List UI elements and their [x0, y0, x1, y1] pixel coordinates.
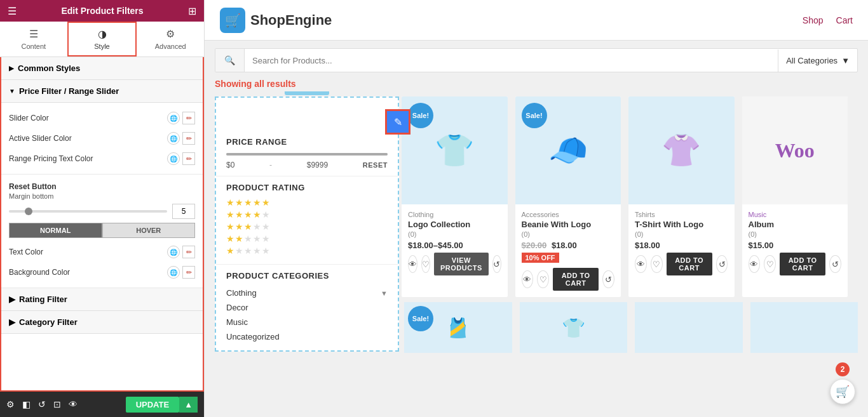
common-styles-header[interactable]: ▶ Common Styles [1, 57, 203, 80]
active-slider-globe[interactable]: 🌐 [167, 132, 180, 145]
rating-row-4[interactable]: ★★★★★ [226, 209, 388, 220]
nav-cart[interactable]: Cart [836, 15, 853, 25]
add-to-cart-btn-1[interactable]: ADD TO CART [553, 268, 599, 291]
slider-color-pencil[interactable]: ✏ [182, 112, 195, 124]
eye-icon[interactable]: 👁 [69, 399, 78, 409]
product-card-1: Sale! 🧢 Accessories Beanie With Logo (0)… [515, 96, 621, 297]
price-label-row: $0 - $9999 RESET [226, 161, 388, 169]
rating-filter-header[interactable]: ▶ Rating Filter [1, 288, 203, 311]
products-column: Sale! 👕 Clothing Logo Collection (0) $18… [399, 91, 858, 417]
product-categories-box: PRODUCT CATEGORIES Clothing ▼ Decor Musi… [216, 264, 398, 350]
wishlist-btn-2[interactable]: ♡ [651, 255, 663, 273]
tab-advanced[interactable]: ⚙ Advanced [137, 22, 204, 56]
panel-footer: ⚙ ◧ ↺ ⊡ 👁 UPDATE ▲ [0, 392, 204, 417]
price-max: $9999 [307, 161, 328, 169]
widget-add-btn[interactable]: + [288, 91, 298, 94]
top-nav: 🛒 ShopEngine Shop Cart [205, 0, 868, 41]
add-to-cart-btn-3[interactable]: ADD TO CART [780, 253, 825, 275]
product-price-3: $15.00 [749, 241, 842, 250]
reset-button[interactable]: RESET [363, 161, 388, 169]
nav-shop[interactable]: Shop [803, 15, 824, 25]
bottom-sale-0: Sale! [408, 306, 433, 331]
categories-title: PRODUCT CATEGORIES [226, 271, 388, 281]
eye-btn-3[interactable]: 👁 [749, 255, 761, 273]
wishlist-btn-0[interactable]: ♡ [421, 255, 430, 273]
category-clothing[interactable]: Clothing ▼ [226, 286, 388, 300]
price-filter-header[interactable]: ▼ Price Filter / Range Slider [1, 80, 203, 103]
stars-2: ★★★★★ [226, 234, 271, 244]
refresh-btn-3[interactable]: ↺ [829, 255, 841, 273]
range-text-globe[interactable]: 🌐 [167, 152, 180, 165]
category-select[interactable]: All Categories ▼ [778, 50, 857, 72]
product-body-3: Music Album (0) $15.00 👁 ♡ ADD TO CART ↺ [742, 204, 848, 282]
refresh-btn-0[interactable]: ↺ [492, 255, 501, 273]
category-music[interactable]: Music [226, 315, 388, 329]
product-price-2: $18.00 [635, 241, 728, 250]
style-icon: ◑ [98, 28, 107, 40]
product-price-0: $18.00–$45.00 [408, 241, 501, 250]
grid-icon[interactable]: ⊞ [188, 5, 196, 17]
update-button[interactable]: UPDATE [126, 397, 179, 413]
normal-btn[interactable]: NORMAL [9, 223, 102, 238]
stars-5: ★★★★★ [226, 197, 271, 208]
view-products-btn-0[interactable]: VIEW PRODUCTS [434, 253, 489, 275]
rating-row-5[interactable]: ★★★★★ [226, 197, 388, 208]
widget-close-btn[interactable]: ✕ [314, 91, 325, 94]
text-color-controls: 🌐 ✏ [167, 246, 195, 258]
margin-slider-track[interactable] [9, 210, 167, 213]
slider-color-globe[interactable]: 🌐 [167, 112, 180, 124]
category-filter-header[interactable]: ▶ Category Filter [1, 311, 203, 334]
product-reviews-3: (0) [749, 230, 842, 238]
price-slider-track[interactable] [226, 153, 388, 156]
rating-row-2[interactable]: ★★★★★ [226, 234, 388, 244]
widget-move-btn[interactable]: ⠿ [301, 91, 311, 94]
layers-icon[interactable]: ◧ [22, 399, 31, 409]
active-slider-pencil[interactable]: ✏ [182, 132, 195, 145]
rating-row-1[interactable]: ★★★★★ [226, 246, 388, 256]
range-text-color-row: Range Pricing Text Color 🌐 ✏ [9, 149, 195, 169]
history-icon[interactable]: ↺ [38, 399, 46, 409]
product-card-0: Sale! 👕 Clothing Logo Collection (0) $18… [402, 96, 508, 297]
bg-color-pencil[interactable]: ✏ [182, 266, 195, 279]
bg-color-row: Background Color 🌐 ✏ [9, 262, 195, 282]
copy-icon[interactable]: ⊡ [53, 399, 61, 409]
settings-icon[interactable]: ⚙ [6, 399, 15, 409]
add-to-cart-btn-2[interactable]: ADD TO CART [667, 253, 712, 275]
tab-style[interactable]: ◑ Style [67, 22, 137, 56]
category-decor[interactable]: Decor [226, 300, 388, 315]
panel-title: Edit Product Filters [61, 6, 143, 16]
tab-content-label: Content [22, 43, 46, 50]
footer-icons: ⚙ ◧ ↺ ⊡ 👁 [6, 399, 78, 409]
eye-btn-1[interactable]: 👁 [522, 270, 534, 288]
edit-icon-overlay[interactable]: ✎ [385, 109, 410, 135]
product-name-2: T-Shirt With Logo [635, 220, 728, 229]
cart-button[interactable]: 🛒 [830, 379, 855, 404]
search-input[interactable] [245, 50, 778, 72]
price-slider-fill [226, 153, 388, 156]
bg-color-globe[interactable]: 🌐 [167, 266, 180, 279]
range-text-pencil[interactable]: ✏ [182, 152, 195, 165]
text-color-globe[interactable]: 🌐 [167, 246, 180, 258]
tab-content[interactable]: ☰ Content [0, 22, 67, 56]
product-cat-2: Tshirts [635, 211, 728, 218]
product-card-3: Woo Music Album (0) $15.00 👁 ♡ ADD TO CA… [742, 96, 848, 297]
range-text-controls: 🌐 ✏ [167, 152, 195, 165]
menu-icon[interactable]: ☰ [8, 5, 17, 17]
eye-btn-2[interactable]: 👁 [635, 255, 647, 273]
wishlist-btn-1[interactable]: ♡ [537, 270, 549, 288]
text-color-pencil[interactable]: ✏ [182, 246, 195, 258]
product-name-3: Album [749, 220, 842, 229]
rating-row-3[interactable]: ★★★★★ [226, 222, 388, 232]
refresh-btn-2[interactable]: ↺ [716, 255, 728, 273]
update-arrow-button[interactable]: ▲ [179, 397, 198, 413]
eye-btn-0[interactable]: 👁 [408, 255, 417, 273]
margin-slider-thumb[interactable] [25, 208, 32, 215]
product-cat-1: Accessories [522, 211, 615, 218]
category-uncategorized[interactable]: Uncategorized [226, 329, 388, 344]
refresh-btn-1[interactable]: ↺ [602, 270, 614, 288]
hover-btn[interactable]: HOVER [102, 223, 196, 238]
slider-color-controls: 🌐 ✏ [167, 112, 195, 124]
margin-value: 5 [172, 204, 195, 219]
left-panel: ☰ Edit Product Filters ⊞ ☰ Content ◑ Sty… [0, 0, 205, 417]
wishlist-btn-3[interactable]: ♡ [764, 255, 776, 273]
